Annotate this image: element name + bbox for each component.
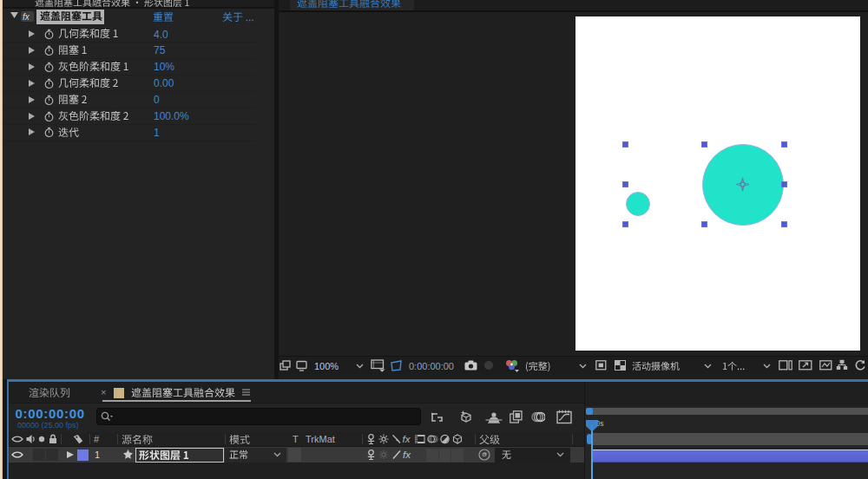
svg-text:fx: fx xyxy=(403,434,411,444)
svg-text:fx: fx xyxy=(403,449,411,460)
